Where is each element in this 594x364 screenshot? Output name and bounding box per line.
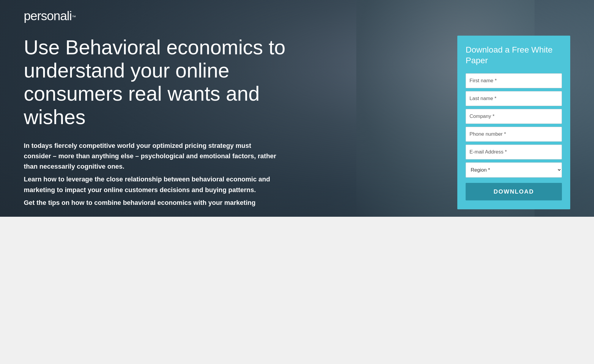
form-title: Download a Free White Paper [466, 45, 562, 66]
phone-input[interactable] [466, 127, 562, 142]
hero-body: In todays fiercely competitive world you… [24, 140, 276, 208]
hero-body-line3: Get the tips on how to combine behaviora… [24, 197, 276, 208]
hero-body-line2: Learn how to leverage the close relation… [24, 174, 276, 195]
email-input[interactable] [466, 145, 562, 159]
hero-body-line1: In todays fiercely competitive world you… [24, 140, 276, 172]
last-name-input[interactable] [466, 91, 562, 106]
hero-headline: Use Behavioral economics to understand y… [24, 36, 291, 129]
company-input[interactable] [466, 109, 562, 124]
hero-content: Use Behavioral economics to understand y… [24, 36, 291, 210]
bottom-section [0, 217, 594, 364]
region-select[interactable]: Region * North America Europe Asia South… [466, 162, 562, 178]
logo: personali™ [24, 9, 76, 23]
download-button[interactable]: DOWNLOAD [466, 183, 562, 200]
form-panel: Download a Free White Paper Region * Nor… [457, 36, 570, 209]
logo-text: personali [24, 9, 72, 23]
hero-section: personali™ Use Behavioral economics to u… [0, 0, 594, 217]
logo-tm: ™ [72, 15, 76, 19]
first-name-input[interactable] [466, 73, 562, 88]
